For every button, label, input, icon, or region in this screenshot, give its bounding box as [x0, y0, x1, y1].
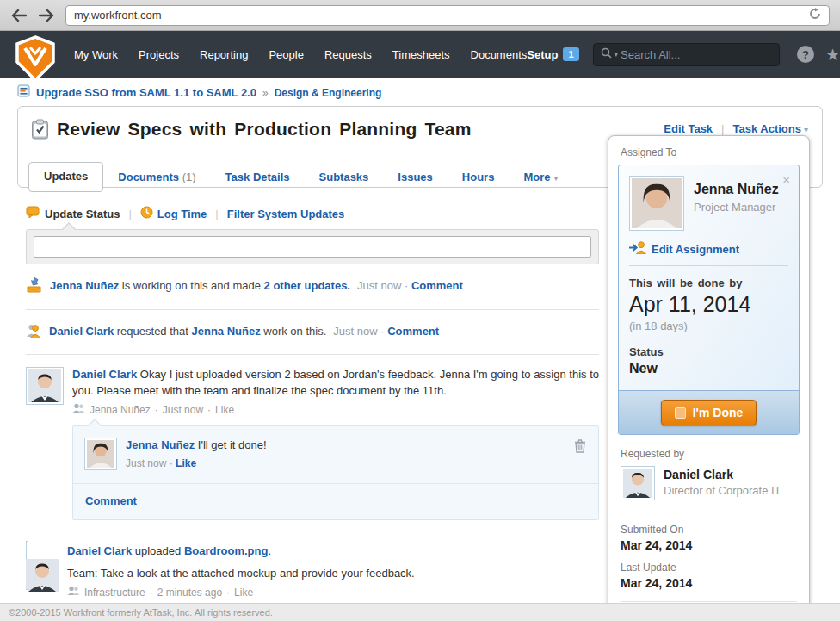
avatar-daniel-clark[interactable]: [26, 367, 64, 405]
search-input[interactable]: [621, 48, 772, 61]
task-actions-caret-icon: ▾: [804, 125, 808, 134]
status-label: Status: [629, 345, 788, 358]
feed-timestamp: Just now: [333, 325, 377, 338]
filter-system-updates-link[interactable]: Filter System Updates: [227, 208, 345, 220]
update-status-input[interactable]: [34, 236, 591, 258]
like-link[interactable]: Like: [215, 403, 234, 418]
like-link[interactable]: Like: [176, 457, 196, 469]
browser-chrome: my.workfront.com: [0, 0, 840, 31]
clock-icon: [140, 206, 153, 221]
global-search[interactable]: ▾: [593, 43, 781, 66]
main-content: Review Specs with Production Planning Te…: [17, 106, 823, 621]
tab-subtasks[interactable]: Subtasks: [305, 164, 384, 192]
breadcrumb-section-link[interactable]: Design & Engineering: [275, 87, 382, 99]
avatar-jenna-nunez[interactable]: [629, 176, 684, 231]
assignment-person-icon: [26, 323, 41, 343]
avatar-jenna-nunez[interactable]: [84, 438, 117, 470]
done-checkbox-icon: [675, 407, 686, 419]
tab-updates[interactable]: Updates: [28, 162, 103, 192]
close-icon[interactable]: ×: [782, 173, 790, 186]
done-button-band: I'm Done: [619, 390, 799, 434]
browser-back-icon[interactable]: [10, 7, 28, 24]
edit-task-link[interactable]: Edit Task: [664, 122, 713, 135]
feed-timestamp: 2 minutes ago: [158, 586, 222, 600]
reply-user-link[interactable]: Jenna Nuñez: [126, 438, 195, 451]
nav-item-people[interactable]: People: [269, 48, 303, 61]
favorites-star-icon[interactable]: ★: [825, 47, 840, 63]
requested-by-section: Requested by Daniel Clark Director of Co…: [618, 448, 800, 500]
update-status-toggle[interactable]: Update Status: [26, 206, 120, 221]
assignee-name: Jenna Nuñez: [694, 182, 779, 197]
log-time-link[interactable]: Log Time: [140, 206, 207, 221]
tab-hours[interactable]: Hours: [448, 164, 510, 192]
requester-name: Daniel Clark: [664, 468, 781, 481]
delete-reply-icon[interactable]: [574, 438, 586, 471]
feed-user-link[interactable]: Jenna Nuñez: [192, 325, 261, 338]
requested-by-label: Requested by: [621, 448, 797, 460]
done-by-label: This will be done by: [629, 276, 788, 289]
like-link[interactable]: Like: [234, 586, 253, 600]
uploaded-file-link[interactable]: Boardroom.png: [184, 544, 269, 557]
last-update-value: Mar 24, 2014: [621, 576, 797, 590]
nav-item-reporting[interactable]: Reporting: [200, 48, 248, 61]
breadcrumb: Upgrade SSO from SAML 1.1 to SAML 2.0 » …: [0, 78, 840, 106]
project-icon: [17, 84, 30, 101]
search-scope-caret-icon[interactable]: ▾: [615, 50, 619, 59]
comment-link[interactable]: Comment: [85, 494, 137, 507]
tab-documents[interactable]: Documents (1): [103, 164, 210, 192]
navbar-right: ? ★ 12: [797, 43, 840, 65]
task-actions-dropdown[interactable]: Task Actions▾: [733, 122, 809, 135]
nav-item-requests[interactable]: Requests: [324, 48, 372, 61]
page-title: Review Specs with Production Planning Te…: [57, 119, 472, 140]
copyright-text: ©2000-2015 Workfront formerly AtTask, In…: [9, 607, 273, 618]
im-done-button[interactable]: I'm Done: [661, 400, 757, 425]
url-bar[interactable]: my.workfront.com: [65, 5, 830, 26]
update-toolbar: Update Status | Log Time | Filter System…: [26, 206, 599, 221]
feed-user-link[interactable]: Daniel Clark: [67, 544, 132, 557]
help-icon[interactable]: ?: [797, 46, 814, 63]
nav-item-timesheets[interactable]: Timesheets: [392, 48, 450, 61]
requester-role: Director of Corporate IT: [664, 484, 781, 497]
browser-forward-icon[interactable]: [38, 7, 55, 24]
comment-link[interactable]: Comment: [387, 325, 439, 338]
tab-task-details[interactable]: Task Details: [211, 164, 305, 192]
comment-link[interactable]: Comment: [411, 279, 463, 292]
feed-user-link[interactable]: Daniel Clark: [49, 325, 114, 338]
other-updates-link[interactable]: 2 other updates.: [264, 279, 350, 292]
feed-item-comment: Daniel Clark Okay I just uploaded versio…: [26, 355, 599, 530]
assigned-to-label: Assigned To: [621, 146, 800, 158]
tab-issues[interactable]: Issues: [383, 164, 447, 192]
workfront-logo-icon[interactable]: [14, 35, 57, 85]
task-clipboard-icon: [31, 119, 49, 143]
avatar-daniel-clark[interactable]: [26, 541, 59, 609]
edit-assignment-icon: [629, 241, 646, 257]
updates-feed: Update Status | Log Time | Filter System…: [17, 188, 608, 621]
submitted-on-label: Submitted On: [621, 524, 797, 536]
feed-item-requested: Daniel Clark requested that Jenna Nuñez …: [26, 310, 599, 354]
nav-item-projects[interactable]: Projects: [139, 48, 179, 61]
submitted-on-value: Mar 24, 2014: [621, 538, 797, 552]
avatar-daniel-clark[interactable]: [621, 466, 655, 500]
url-text: my.workfront.com: [74, 9, 162, 22]
upload-note: Team: Take a look at the attached mockup…: [67, 566, 599, 582]
edit-assignment-link[interactable]: Edit Assignment: [629, 241, 788, 257]
audience-user-link[interactable]: Jenna Nuñez: [90, 403, 151, 418]
reload-icon[interactable]: [809, 8, 821, 22]
assignee-role: Project Manager: [694, 201, 779, 214]
assigned-to-panel: Assigned To × Jenna Nuñez Project Manage…: [608, 135, 810, 621]
inbox-update-icon: [26, 277, 42, 298]
feed-timestamp: Just now: [163, 403, 203, 418]
tab-more[interactable]: More▾: [509, 164, 572, 192]
more-caret-icon: ▾: [553, 173, 558, 183]
feed-user-link[interactable]: Daniel Clark: [72, 368, 137, 381]
nav-item-documents[interactable]: Documents: [471, 48, 528, 61]
breadcrumb-project-link[interactable]: Upgrade SSO from SAML 1.1 to SAML 2.0: [36, 86, 256, 99]
setup-badge: 1: [563, 47, 578, 61]
audience-team-link[interactable]: Infrastructure: [84, 586, 145, 600]
feed-user-link[interactable]: Jenna Nuñez: [50, 279, 119, 292]
audience-people-icon: [72, 403, 85, 418]
nav-item-my-work[interactable]: My Work: [74, 48, 118, 61]
app-navbar: My Work Projects Reporting People Reques…: [0, 31, 840, 78]
footer: ©2000-2015 Workfront formerly AtTask, In…: [0, 603, 840, 621]
nav-item-setup[interactable]: Setup 1: [527, 47, 578, 61]
